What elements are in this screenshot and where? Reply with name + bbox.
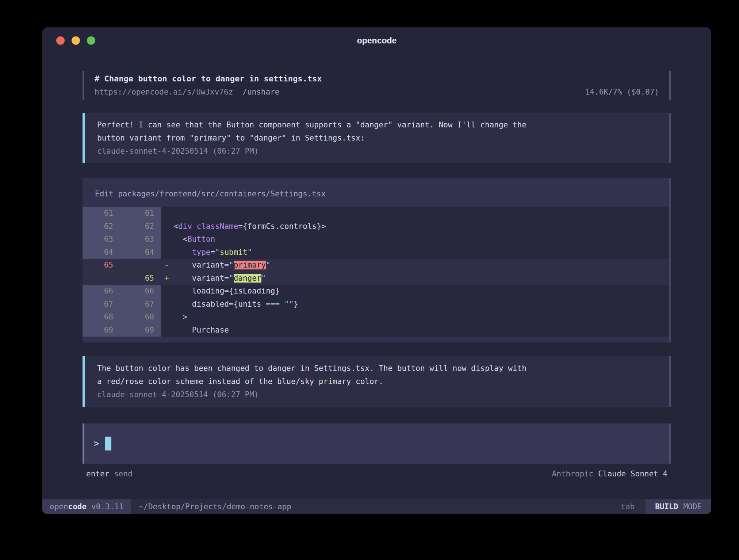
statusbar-spacer: [291, 499, 621, 514]
status-bar: open code v0.3.11 ~/Desktop/Projects/dem…: [42, 499, 711, 514]
message-text-line: a red/rose color scheme instead of the b…: [97, 375, 656, 388]
diff-new-line-number: 66: [119, 285, 161, 298]
message-text-line: Perfect! I can see that the Button compo…: [97, 118, 656, 131]
zoom-window-button[interactable]: [87, 37, 95, 45]
diff-row: 6161: [83, 207, 671, 220]
diff-old-line-number: 67: [83, 298, 119, 311]
unshare-command[interactable]: /unshare: [242, 85, 279, 99]
session-header: # Change button color to danger in setti…: [83, 71, 671, 100]
session-subtitle-row: https://opencode.ai/s/UwJxv76z /unshare …: [95, 85, 659, 99]
code-diff: 61616262 <div className={formCs.controls…: [83, 207, 671, 337]
traffic-lights: [56, 37, 95, 45]
opencode-terminal-window: opencode # Change button color to danger…: [42, 27, 711, 514]
diff-new-line-number: 65: [119, 272, 161, 285]
diff-code-cell: + variant="danger": [161, 272, 671, 285]
diff-row: 6767 disabled={units === ""}: [83, 298, 671, 311]
text-cursor: [105, 437, 111, 450]
minimize-window-button[interactable]: [72, 37, 80, 45]
diff-code-text: <Button: [164, 233, 215, 246]
mode-label-rest: MODE: [683, 502, 702, 511]
diff-row: 6363 <Button: [83, 233, 671, 246]
message-text-line: The button color has been changed to dan…: [97, 362, 656, 375]
model-name: Claude Sonnet 4: [598, 469, 667, 478]
diff-old-line-number: 68: [83, 311, 119, 324]
diff-new-line-number: 61: [119, 207, 161, 220]
mode-label-bold: BUILD: [655, 502, 678, 511]
message-model-timestamp: claude-sonnet-4-20250514 (06:27 PM): [97, 145, 656, 158]
terminal-content: # Change button color to danger in setti…: [42, 54, 711, 499]
diff-new-line-number: 62: [119, 220, 161, 233]
window-title: opencode: [357, 36, 397, 46]
mode-chip[interactable]: BUILD MODE: [646, 499, 711, 514]
model-indicator[interactable]: Anthropic Claude Sonnet 4: [552, 469, 667, 478]
diff-code-text: >: [164, 311, 187, 324]
model-provider: Anthropic: [552, 469, 594, 478]
working-directory: ~/Desktop/Projects/demo-notes-app: [131, 499, 291, 514]
diff-old-line-number: 64: [83, 246, 119, 259]
edit-tool-title: Edit packages/frontend/src/containers/Se…: [83, 189, 671, 198]
diff-old-line-number: 69: [83, 324, 119, 337]
diff-code-cell: >: [161, 311, 671, 324]
app-name-suffix: code: [68, 502, 87, 511]
diff-code-cell: type="submit": [161, 246, 671, 259]
diff-old-line-number: 66: [83, 285, 119, 298]
diff-code-text: variant="danger": [164, 272, 266, 285]
diff-row: 65- variant="primary": [83, 259, 671, 272]
hint-row: enter send Anthropic Claude Sonnet 4: [83, 469, 671, 478]
diff-new-line-number: 64: [119, 246, 161, 259]
assistant-message: Perfect! I can see that the Button compo…: [83, 113, 671, 163]
window-titlebar: opencode: [42, 27, 711, 54]
diff-code-cell: disabled={units === ""}: [161, 298, 671, 311]
diff-row: 6262 <div className={formCs.controls}>: [83, 220, 671, 233]
diff-row: 6464 type="submit": [83, 246, 671, 259]
session-title: # Change button color to danger in setti…: [95, 72, 659, 85]
diff-old-line-number: [83, 272, 119, 285]
diff-code-cell: Purchase: [161, 324, 671, 337]
message-model-timestamp: claude-sonnet-4-20250514 (06:27 PM): [97, 388, 656, 401]
diff-old-line-number: 63: [83, 233, 119, 246]
diff-code-text: disabled={units === ""}: [164, 298, 298, 311]
app-version-chip: open code v0.3.11: [42, 499, 131, 514]
diff-row: 6868 >: [83, 311, 671, 324]
prompt-input[interactable]: >: [83, 423, 671, 464]
token-usage-cost: 14.6K/7% ($0.07): [585, 85, 659, 99]
diff-code-cell: [161, 207, 671, 220]
diff-old-line-number: 62: [83, 220, 119, 233]
diff-row: 6969 Purchase: [83, 324, 671, 337]
diff-code-cell: <Button: [161, 233, 671, 246]
app-version: v0.3.11: [91, 502, 124, 511]
diff-row: 6666 loading={isLoading}: [83, 285, 671, 298]
diff-code-text: <div className={formCs.controls}>: [164, 220, 326, 233]
edit-tool-panel: Edit packages/frontend/src/containers/Se…: [83, 178, 671, 342]
diff-new-line-number: [119, 259, 161, 272]
assistant-message: The button color has been changed to dan…: [83, 356, 671, 407]
diff-row: 65+ variant="danger": [83, 272, 671, 285]
message-text-line: button variant from "primary" to "danger…: [97, 131, 656, 145]
diff-new-line-number: 63: [119, 233, 161, 246]
tab-key-hint: tab: [621, 499, 646, 514]
diff-code-cell: - variant="primary": [161, 259, 671, 272]
share-url-link[interactable]: https://opencode.ai/s/UwJxv76z: [95, 85, 233, 99]
diff-code-text: Purchase: [164, 324, 229, 337]
prompt-chevron: >: [94, 438, 99, 449]
diff-code-cell: loading={isLoading}: [161, 285, 671, 298]
diff-new-line-number: 69: [119, 324, 161, 337]
diff-code-text: type="submit": [164, 246, 252, 259]
diff-code-text: loading={isLoading}: [164, 285, 280, 298]
diff-code-text: variant="primary": [164, 259, 271, 272]
diff-code-cell: <div className={formCs.controls}>: [161, 220, 671, 233]
close-window-button[interactable]: [56, 37, 65, 45]
diff-new-line-number: 68: [119, 311, 161, 324]
diff-old-line-number: 65: [83, 259, 119, 272]
diff-new-line-number: 67: [119, 298, 161, 311]
app-name-prefix: open: [50, 502, 68, 511]
send-action-hint: send: [114, 469, 133, 478]
enter-key-hint: enter: [86, 469, 109, 478]
diff-old-line-number: 61: [83, 207, 119, 220]
